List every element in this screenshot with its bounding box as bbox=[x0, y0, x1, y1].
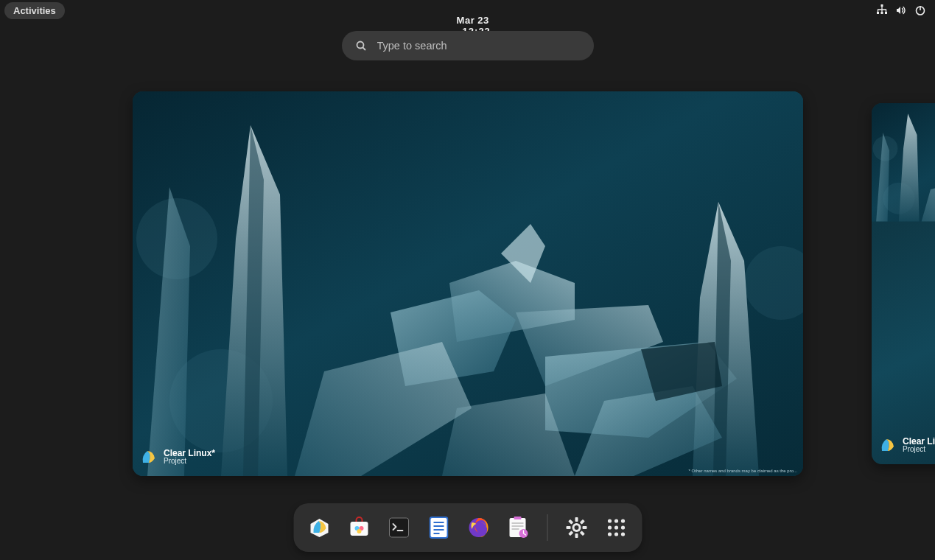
brand-line2: Project bbox=[903, 446, 935, 453]
dash-separator bbox=[547, 514, 547, 541]
svg-point-69 bbox=[607, 532, 611, 536]
svg-point-66 bbox=[607, 525, 611, 529]
svg-point-65 bbox=[620, 519, 624, 522]
svg-rect-34 bbox=[350, 522, 368, 536]
svg-rect-54 bbox=[575, 517, 578, 522]
text-editor-icon[interactable] bbox=[427, 517, 449, 539]
search-bar-container bbox=[342, 31, 594, 60]
settings-icon[interactable] bbox=[565, 517, 587, 539]
svg-rect-2 bbox=[885, 12, 887, 14]
power-icon[interactable] bbox=[914, 4, 926, 16]
search-icon bbox=[355, 40, 367, 52]
workspace-2[interactable]: Clear Linux* Project bbox=[872, 103, 935, 464]
network-icon[interactable] bbox=[876, 4, 888, 16]
volume-icon[interactable] bbox=[895, 4, 907, 16]
dash bbox=[293, 503, 642, 552]
svg-point-68 bbox=[620, 525, 624, 529]
workspace-strip: Clear Linux* Project * Other names and b… bbox=[0, 91, 935, 477]
svg-line-7 bbox=[363, 48, 365, 51]
svg-rect-1 bbox=[877, 12, 879, 14]
terminal-icon[interactable] bbox=[388, 517, 410, 539]
svg-rect-49 bbox=[511, 522, 523, 524]
clear-linux-logo-icon bbox=[879, 436, 897, 454]
svg-point-37 bbox=[357, 529, 361, 533]
svg-point-62 bbox=[574, 525, 578, 530]
svg-rect-59 bbox=[568, 531, 573, 536]
svg-rect-57 bbox=[582, 526, 586, 529]
workspace-1[interactable]: Clear Linux* Project * Other names and b… bbox=[133, 91, 803, 476]
svg-rect-61 bbox=[579, 531, 584, 536]
clear-linux-icon[interactable] bbox=[308, 517, 330, 539]
svg-rect-40 bbox=[430, 517, 447, 538]
svg-rect-56 bbox=[566, 526, 570, 529]
power-stats-icon[interactable] bbox=[507, 517, 529, 539]
svg-rect-48 bbox=[514, 517, 521, 519]
wallpaper-footnote: * Other names and brands may be claimed … bbox=[689, 469, 797, 473]
svg-point-67 bbox=[614, 525, 617, 529]
wallpaper-brand: Clear Linux* Project bbox=[140, 448, 215, 466]
svg-point-64 bbox=[614, 519, 617, 522]
svg-rect-38 bbox=[389, 518, 408, 537]
app-grid-icon[interactable] bbox=[605, 517, 627, 539]
svg-point-63 bbox=[607, 519, 611, 522]
top-panel: Activities Mar 23 12:22 bbox=[0, 0, 935, 21]
brand-line2: Project bbox=[164, 458, 215, 465]
svg-rect-58 bbox=[579, 519, 584, 525]
svg-rect-51 bbox=[511, 528, 519, 530]
svg-rect-60 bbox=[568, 519, 573, 525]
system-tray[interactable] bbox=[876, 4, 926, 16]
svg-rect-3 bbox=[881, 12, 883, 14]
svg-point-6 bbox=[357, 42, 363, 49]
svg-rect-0 bbox=[881, 4, 883, 7]
wallpaper-brand: Clear Linux* Project bbox=[879, 436, 935, 454]
activities-label: Activities bbox=[13, 5, 56, 16]
activities-button[interactable]: Activities bbox=[4, 2, 65, 19]
svg-rect-50 bbox=[511, 525, 523, 527]
svg-rect-55 bbox=[575, 533, 578, 538]
wallpaper bbox=[133, 91, 803, 476]
search-input[interactable] bbox=[377, 40, 581, 52]
search-bar[interactable] bbox=[342, 31, 594, 60]
firefox-icon[interactable] bbox=[467, 517, 489, 539]
svg-point-70 bbox=[614, 532, 617, 536]
clear-linux-logo-icon bbox=[140, 448, 158, 466]
svg-point-71 bbox=[620, 532, 624, 536]
wallpaper bbox=[872, 103, 935, 222]
clock-date: Mar 23 bbox=[457, 15, 489, 26]
software-store-icon[interactable] bbox=[348, 517, 370, 539]
